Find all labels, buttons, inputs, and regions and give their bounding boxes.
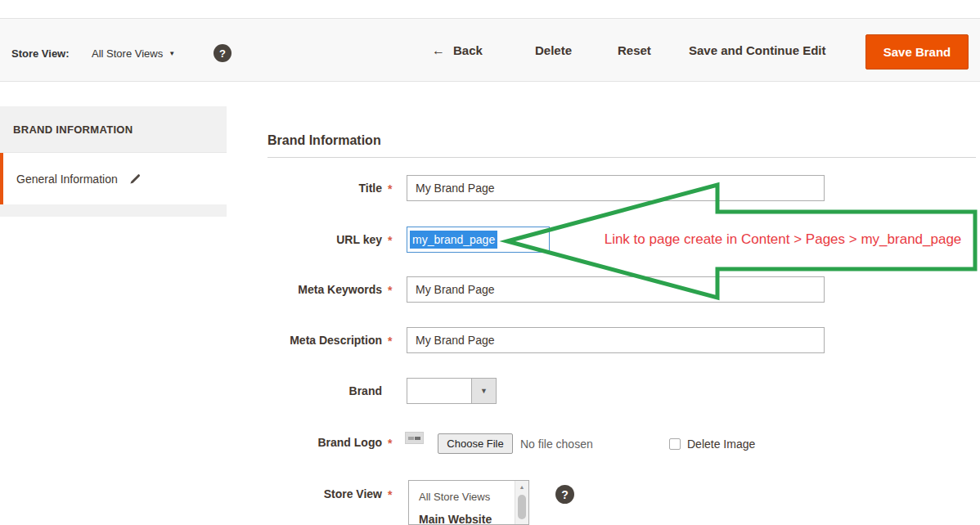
url-key-input[interactable]: my_brand_page (407, 227, 550, 253)
delete-image-label: Delete Image (687, 438, 755, 451)
required-mark: * (388, 488, 392, 501)
save-and-continue-button[interactable]: Save and Continue Edit (689, 43, 826, 57)
meta-keywords-label: Meta Keywords (267, 283, 382, 296)
title-label: Title (267, 182, 382, 195)
scroll-up-icon[interactable]: ▲ (515, 481, 528, 493)
back-button[interactable]: ←Back (432, 43, 483, 58)
store-view-listbox[interactable]: All Store Views Main Website ▲ (408, 480, 529, 525)
selected-text: my_brand_page (410, 231, 497, 249)
required-mark: * (388, 437, 392, 450)
edit-pencil-icon (129, 173, 142, 185)
file-status-text: No file chosen (520, 438, 593, 451)
sidebar-section-title: BRAND INFORMATION (0, 106, 227, 153)
help-icon[interactable]: ? (214, 44, 232, 62)
required-mark: * (388, 234, 392, 247)
back-arrow-icon: ← (432, 43, 445, 57)
page-header: Store View: All Store Views▼ ? ←Back Del… (0, 18, 980, 82)
listbox-scrollbar[interactable]: ▲ (515, 481, 528, 524)
annotation-text: Link to page create in Content > Pages >… (582, 231, 980, 248)
scrollbar-thumb[interactable] (518, 495, 526, 519)
meta-keywords-input[interactable] (407, 276, 825, 303)
brand-select[interactable]: ▼ (407, 378, 497, 404)
required-mark: * (388, 334, 392, 348)
required-mark: * (388, 284, 392, 297)
sidebar-filler (0, 204, 227, 217)
title-input[interactable] (407, 175, 825, 201)
brand-logo-thumbnail (405, 432, 424, 444)
store-view-value: All Store Views (92, 47, 163, 60)
brand-label: Brand (267, 384, 382, 397)
heading-divider (267, 157, 976, 158)
chevron-down-icon: ▼ (169, 50, 175, 57)
brand-logo-label: Brand Logo (267, 436, 382, 449)
meta-description-label: Meta Description (267, 334, 382, 347)
store-view-field-label: Store View (267, 487, 382, 500)
choose-file-button[interactable]: Choose File (438, 433, 513, 454)
listbox-option[interactable]: All Store Views (419, 491, 490, 503)
sidebar-item-general-information[interactable]: General Information (0, 153, 227, 204)
meta-description-input[interactable] (407, 327, 825, 353)
sidebar-item-label: General Information (16, 173, 118, 186)
delete-button[interactable]: Delete (535, 43, 572, 57)
form-heading: Brand Information (267, 133, 381, 148)
chevron-down-icon: ▼ (471, 379, 496, 403)
store-view-switcher[interactable]: All Store Views▼ (92, 47, 175, 60)
reset-button[interactable]: Reset (618, 43, 651, 57)
store-view-label: Store View: (11, 47, 70, 60)
delete-image-checkbox[interactable] (669, 438, 681, 450)
listbox-option[interactable]: Main Website (419, 513, 492, 525)
url-key-label: URL key (267, 233, 382, 246)
required-mark: * (388, 182, 392, 195)
save-brand-button[interactable]: Save Brand (865, 34, 969, 70)
help-icon[interactable]: ? (555, 485, 574, 504)
